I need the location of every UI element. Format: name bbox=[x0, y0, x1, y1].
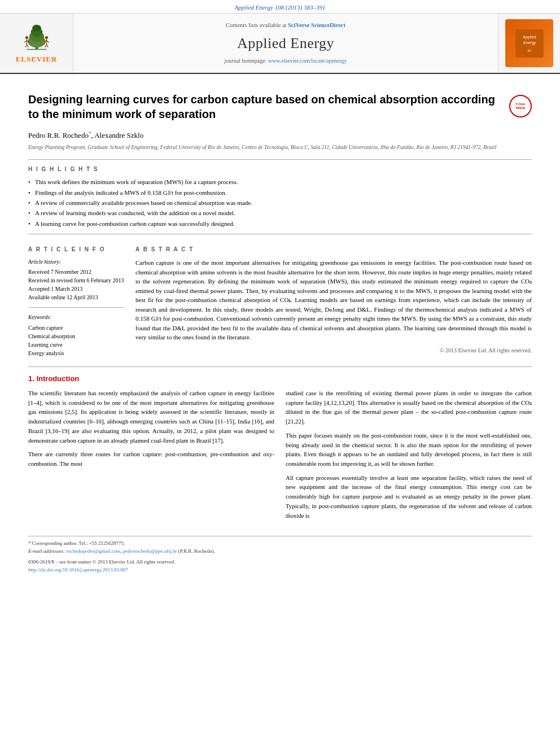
article-info-label: A R T I C L E I N F O bbox=[28, 246, 124, 254]
intro-para-2: There are currently three routes for car… bbox=[28, 449, 274, 468]
applied-energy-badge-area: Applied Energy 87 bbox=[498, 14, 560, 73]
available-date: Available online 12 April 2013 bbox=[28, 293, 124, 302]
svg-text:Applied: Applied bbox=[523, 35, 536, 40]
copyright-line: © 2013 Elsevier Ltd. All rights reserved… bbox=[135, 347, 532, 355]
revised-date: Received in revised form 6 February 2013 bbox=[28, 276, 124, 285]
intro-para-4: This paper focuses mainly on the post-co… bbox=[286, 431, 532, 469]
highlight-item: Findings of the analysis indicated a MWS… bbox=[28, 189, 532, 197]
introduction-section: 1. Introduction The scientific literatur… bbox=[28, 366, 532, 525]
journal-citation-text: Applied Energy 108 (2013) 383–391 bbox=[235, 4, 326, 11]
svg-line-10 bbox=[25, 45, 27, 47]
svg-text:87: 87 bbox=[527, 49, 531, 53]
svg-line-17 bbox=[46, 45, 48, 47]
svg-text:Energy: Energy bbox=[523, 41, 536, 45]
email-footnote: E-mail addresses: rochedopedro@gmail.com… bbox=[28, 548, 532, 556]
elsevier-wordmark: ELSEVIER bbox=[16, 54, 58, 64]
svg-line-16 bbox=[45, 45, 46, 47]
intro-number: 1. bbox=[28, 374, 34, 383]
highlight-item: A review of learning models was conducte… bbox=[28, 209, 532, 217]
highlights-list: This work defines the minimum work of se… bbox=[28, 178, 532, 228]
keywords-label: Keywords: bbox=[28, 313, 124, 321]
email-link-2[interactable]: pedrorochedo@ppe.ufrj.br bbox=[123, 548, 177, 554]
crossmark-area: CrossMark bbox=[509, 95, 532, 117]
highlight-item: A review of commercially available proce… bbox=[28, 199, 532, 207]
applied-energy-badge: Applied Energy 87 bbox=[505, 19, 553, 67]
email-addresses: rochedopedro@gmail.com, pedrorochedo@ppe… bbox=[66, 548, 215, 554]
highlight-item: This work defines the minimum work of se… bbox=[28, 178, 532, 186]
sciverse-line: Contents lists available at SciVerse Sci… bbox=[226, 21, 345, 30]
svg-point-5 bbox=[32, 25, 41, 32]
intro-col-left: The scientific literature has recently e… bbox=[28, 388, 274, 525]
doi-link[interactable]: http://dx.doi.org/10.1016/j.apenergy.201… bbox=[28, 567, 128, 573]
issn-text: 0306-2619/$ – see front matter © 2013 El… bbox=[28, 559, 176, 565]
keyword-item: Exergy analysis bbox=[28, 349, 124, 357]
homepage-link[interactable]: www.elsevier.com/locate/apenergy bbox=[268, 58, 347, 64]
divider-3 bbox=[28, 307, 124, 308]
highlights-section: H I G H L I G H T S This work defines th… bbox=[28, 165, 532, 228]
keywords-list: Carbon capture Chemical absorption Learn… bbox=[28, 324, 124, 357]
intro-columns: The scientific literature has recently e… bbox=[28, 388, 532, 525]
keyword-item: Carbon capture bbox=[28, 324, 124, 332]
intro-col-right: studied case is the retrofitting of exis… bbox=[286, 388, 532, 525]
divider-1 bbox=[28, 159, 532, 160]
intro-title: 1. Introduction bbox=[28, 374, 532, 384]
keyword-item: Learning curve bbox=[28, 340, 124, 349]
journal-header: ELSEVIER Contents lists available at Sci… bbox=[0, 14, 560, 74]
divider-2 bbox=[28, 234, 532, 234]
accepted-date: Accepted 1 March 2013 bbox=[28, 285, 124, 293]
sciverse-link[interactable]: SciVerse ScienceDirect bbox=[288, 22, 345, 28]
paper-title: Designing learning curves for carbon cap… bbox=[28, 92, 532, 121]
abstract-col: A B S T R A C T Carbon capture is one of… bbox=[135, 240, 532, 357]
intro-para-5: All capture processes essentially involv… bbox=[286, 473, 532, 521]
affiliation-text: Energy Planning Program, Graduate School… bbox=[28, 144, 532, 151]
authors-text: Pedro R.R. Rochedo*, Alexandre Szklo bbox=[28, 131, 143, 139]
intro-heading: Introduction bbox=[36, 374, 79, 383]
journal-main-title: Applied Energy bbox=[237, 33, 334, 54]
issn-line: 0306-2619/$ – see front matter © 2013 El… bbox=[28, 558, 532, 566]
paper-title-area: CrossMark Designing learning curves for … bbox=[28, 92, 532, 121]
intro-para-1: The scientific literature has recently e… bbox=[28, 388, 274, 445]
keywords-section: Keywords: Carbon capture Chemical absorp… bbox=[28, 313, 124, 357]
email-link-1[interactable]: rochedopedro@gmail.com bbox=[66, 548, 120, 554]
svg-point-12 bbox=[45, 36, 47, 39]
email-label: E-mail addresses: bbox=[28, 548, 65, 554]
journal-title-area: Contents lists available at SciVerse Sci… bbox=[73, 14, 498, 73]
highlights-label: H I G H L I G H T S bbox=[28, 165, 532, 173]
badge-icon: Applied Energy 87 bbox=[515, 29, 544, 58]
main-content: CrossMark Designing learning curves for … bbox=[0, 74, 560, 585]
article-info-col: A R T I C L E I N F O Article history: R… bbox=[28, 240, 124, 357]
journal-homepage: journal homepage: www.elsevier.com/locat… bbox=[225, 57, 347, 65]
abstract-label: A B S T R A C T bbox=[135, 246, 532, 254]
doi-line: http://dx.doi.org/10.1016/j.apenergy.201… bbox=[28, 566, 532, 574]
svg-line-11 bbox=[27, 45, 28, 47]
article-info-content: Article history: Received 7 November 201… bbox=[28, 258, 124, 302]
crossmark-badge: CrossMark bbox=[509, 95, 532, 117]
svg-point-6 bbox=[25, 36, 28, 39]
highlight-item: A learning curve for post-combustion car… bbox=[28, 220, 532, 228]
journal-citation-bar: Applied Energy 108 (2013) 383–391 bbox=[0, 0, 560, 14]
footnote-area: * Corresponding author. Tel.: +55 212562… bbox=[28, 536, 532, 574]
info-abstract-area: A R T I C L E I N F O Article history: R… bbox=[28, 240, 532, 357]
abstract-text: Carbon capture is one of the most import… bbox=[135, 258, 532, 342]
article-history-label: Article history: bbox=[28, 258, 124, 266]
corresponding-author: * Corresponding author. Tel.: +55 212562… bbox=[28, 540, 532, 548]
elsevier-logo-area: ELSEVIER bbox=[0, 14, 73, 73]
elsevier-tree-icon bbox=[17, 22, 56, 53]
authors-line: Pedro R.R. Rochedo*, Alexandre Szklo bbox=[28, 129, 532, 141]
keyword-item: Chemical absorption bbox=[28, 332, 124, 340]
intro-para-3: studied case is the retrofitting of exis… bbox=[286, 388, 532, 426]
received-date: Received 7 November 2012 bbox=[28, 268, 124, 276]
